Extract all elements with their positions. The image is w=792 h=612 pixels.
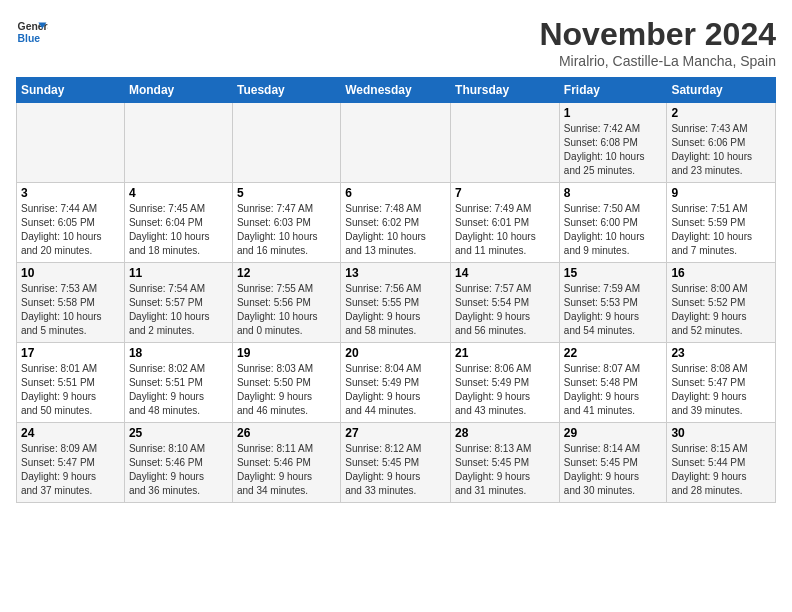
- day-number: 25: [129, 426, 228, 440]
- svg-text:Blue: Blue: [18, 33, 41, 44]
- weekday-header-row: SundayMondayTuesdayWednesdayThursdayFrid…: [17, 78, 776, 103]
- day-info: Sunrise: 8:12 AM Sunset: 5:45 PM Dayligh…: [345, 442, 446, 498]
- day-number: 19: [237, 346, 336, 360]
- calendar-cell: 10Sunrise: 7:53 AM Sunset: 5:58 PM Dayli…: [17, 263, 125, 343]
- day-info: Sunrise: 8:11 AM Sunset: 5:46 PM Dayligh…: [237, 442, 336, 498]
- calendar-cell: 18Sunrise: 8:02 AM Sunset: 5:51 PM Dayli…: [124, 343, 232, 423]
- day-info: Sunrise: 7:44 AM Sunset: 6:05 PM Dayligh…: [21, 202, 120, 258]
- day-info: Sunrise: 8:08 AM Sunset: 5:47 PM Dayligh…: [671, 362, 771, 418]
- calendar-cell: 14Sunrise: 7:57 AM Sunset: 5:54 PM Dayli…: [451, 263, 560, 343]
- day-number: 9: [671, 186, 771, 200]
- calendar-cell: 2Sunrise: 7:43 AM Sunset: 6:06 PM Daylig…: [667, 103, 776, 183]
- day-info: Sunrise: 8:07 AM Sunset: 5:48 PM Dayligh…: [564, 362, 663, 418]
- day-info: Sunrise: 8:10 AM Sunset: 5:46 PM Dayligh…: [129, 442, 228, 498]
- calendar-cell: 20Sunrise: 8:04 AM Sunset: 5:49 PM Dayli…: [341, 343, 451, 423]
- calendar-cell: 27Sunrise: 8:12 AM Sunset: 5:45 PM Dayli…: [341, 423, 451, 503]
- calendar-cell: 17Sunrise: 8:01 AM Sunset: 5:51 PM Dayli…: [17, 343, 125, 423]
- calendar-cell: 26Sunrise: 8:11 AM Sunset: 5:46 PM Dayli…: [232, 423, 340, 503]
- day-number: 20: [345, 346, 446, 360]
- day-number: 24: [21, 426, 120, 440]
- logo: General Blue: [16, 16, 48, 48]
- day-info: Sunrise: 7:42 AM Sunset: 6:08 PM Dayligh…: [564, 122, 663, 178]
- calendar-cell: 5Sunrise: 7:47 AM Sunset: 6:03 PM Daylig…: [232, 183, 340, 263]
- weekday-header-wednesday: Wednesday: [341, 78, 451, 103]
- day-number: 12: [237, 266, 336, 280]
- calendar-cell: 29Sunrise: 8:14 AM Sunset: 5:45 PM Dayli…: [559, 423, 667, 503]
- day-number: 7: [455, 186, 555, 200]
- calendar-cell: [17, 103, 125, 183]
- calendar-cell: 28Sunrise: 8:13 AM Sunset: 5:45 PM Dayli…: [451, 423, 560, 503]
- calendar-week-row: 10Sunrise: 7:53 AM Sunset: 5:58 PM Dayli…: [17, 263, 776, 343]
- calendar-cell: [124, 103, 232, 183]
- day-info: Sunrise: 7:50 AM Sunset: 6:00 PM Dayligh…: [564, 202, 663, 258]
- day-number: 3: [21, 186, 120, 200]
- calendar-cell: 25Sunrise: 8:10 AM Sunset: 5:46 PM Dayli…: [124, 423, 232, 503]
- day-number: 8: [564, 186, 663, 200]
- calendar-cell: 1Sunrise: 7:42 AM Sunset: 6:08 PM Daylig…: [559, 103, 667, 183]
- day-info: Sunrise: 8:09 AM Sunset: 5:47 PM Dayligh…: [21, 442, 120, 498]
- calendar-cell: 16Sunrise: 8:00 AM Sunset: 5:52 PM Dayli…: [667, 263, 776, 343]
- day-info: Sunrise: 8:13 AM Sunset: 5:45 PM Dayligh…: [455, 442, 555, 498]
- calendar-cell: 23Sunrise: 8:08 AM Sunset: 5:47 PM Dayli…: [667, 343, 776, 423]
- weekday-header-thursday: Thursday: [451, 78, 560, 103]
- day-info: Sunrise: 7:49 AM Sunset: 6:01 PM Dayligh…: [455, 202, 555, 258]
- day-info: Sunrise: 8:04 AM Sunset: 5:49 PM Dayligh…: [345, 362, 446, 418]
- day-number: 11: [129, 266, 228, 280]
- day-number: 30: [671, 426, 771, 440]
- day-info: Sunrise: 8:01 AM Sunset: 5:51 PM Dayligh…: [21, 362, 120, 418]
- day-info: Sunrise: 8:00 AM Sunset: 5:52 PM Dayligh…: [671, 282, 771, 338]
- day-number: 1: [564, 106, 663, 120]
- weekday-header-friday: Friday: [559, 78, 667, 103]
- calendar-week-row: 17Sunrise: 8:01 AM Sunset: 5:51 PM Dayli…: [17, 343, 776, 423]
- day-info: Sunrise: 8:14 AM Sunset: 5:45 PM Dayligh…: [564, 442, 663, 498]
- calendar-cell: [232, 103, 340, 183]
- calendar-cell: 4Sunrise: 7:45 AM Sunset: 6:04 PM Daylig…: [124, 183, 232, 263]
- calendar-table: SundayMondayTuesdayWednesdayThursdayFrid…: [16, 77, 776, 503]
- day-info: Sunrise: 8:02 AM Sunset: 5:51 PM Dayligh…: [129, 362, 228, 418]
- title-block: November 2024 Miralrio, Castille-La Manc…: [539, 16, 776, 69]
- day-number: 27: [345, 426, 446, 440]
- day-number: 29: [564, 426, 663, 440]
- day-number: 26: [237, 426, 336, 440]
- location: Miralrio, Castille-La Mancha, Spain: [539, 53, 776, 69]
- day-number: 14: [455, 266, 555, 280]
- calendar-cell: 12Sunrise: 7:55 AM Sunset: 5:56 PM Dayli…: [232, 263, 340, 343]
- day-info: Sunrise: 8:03 AM Sunset: 5:50 PM Dayligh…: [237, 362, 336, 418]
- day-info: Sunrise: 7:53 AM Sunset: 5:58 PM Dayligh…: [21, 282, 120, 338]
- calendar-cell: 22Sunrise: 8:07 AM Sunset: 5:48 PM Dayli…: [559, 343, 667, 423]
- day-number: 5: [237, 186, 336, 200]
- calendar-cell: [451, 103, 560, 183]
- day-number: 6: [345, 186, 446, 200]
- calendar-cell: 8Sunrise: 7:50 AM Sunset: 6:00 PM Daylig…: [559, 183, 667, 263]
- day-info: Sunrise: 7:47 AM Sunset: 6:03 PM Dayligh…: [237, 202, 336, 258]
- weekday-header-monday: Monday: [124, 78, 232, 103]
- calendar-cell: 15Sunrise: 7:59 AM Sunset: 5:53 PM Dayli…: [559, 263, 667, 343]
- day-info: Sunrise: 8:06 AM Sunset: 5:49 PM Dayligh…: [455, 362, 555, 418]
- day-info: Sunrise: 7:45 AM Sunset: 6:04 PM Dayligh…: [129, 202, 228, 258]
- calendar-cell: 19Sunrise: 8:03 AM Sunset: 5:50 PM Dayli…: [232, 343, 340, 423]
- page-header: General Blue November 2024 Miralrio, Cas…: [16, 16, 776, 69]
- calendar-cell: 9Sunrise: 7:51 AM Sunset: 5:59 PM Daylig…: [667, 183, 776, 263]
- day-info: Sunrise: 7:57 AM Sunset: 5:54 PM Dayligh…: [455, 282, 555, 338]
- calendar-week-row: 3Sunrise: 7:44 AM Sunset: 6:05 PM Daylig…: [17, 183, 776, 263]
- day-info: Sunrise: 7:54 AM Sunset: 5:57 PM Dayligh…: [129, 282, 228, 338]
- day-info: Sunrise: 7:43 AM Sunset: 6:06 PM Dayligh…: [671, 122, 771, 178]
- calendar-cell: [341, 103, 451, 183]
- day-info: Sunrise: 7:51 AM Sunset: 5:59 PM Dayligh…: [671, 202, 771, 258]
- day-number: 23: [671, 346, 771, 360]
- calendar-cell: 7Sunrise: 7:49 AM Sunset: 6:01 PM Daylig…: [451, 183, 560, 263]
- day-info: Sunrise: 7:59 AM Sunset: 5:53 PM Dayligh…: [564, 282, 663, 338]
- month-title: November 2024: [539, 16, 776, 53]
- day-info: Sunrise: 7:56 AM Sunset: 5:55 PM Dayligh…: [345, 282, 446, 338]
- weekday-header-saturday: Saturday: [667, 78, 776, 103]
- calendar-cell: 6Sunrise: 7:48 AM Sunset: 6:02 PM Daylig…: [341, 183, 451, 263]
- weekday-header-sunday: Sunday: [17, 78, 125, 103]
- calendar-cell: 11Sunrise: 7:54 AM Sunset: 5:57 PM Dayli…: [124, 263, 232, 343]
- day-number: 21: [455, 346, 555, 360]
- day-number: 22: [564, 346, 663, 360]
- calendar-cell: 21Sunrise: 8:06 AM Sunset: 5:49 PM Dayli…: [451, 343, 560, 423]
- day-number: 17: [21, 346, 120, 360]
- day-number: 16: [671, 266, 771, 280]
- day-info: Sunrise: 7:48 AM Sunset: 6:02 PM Dayligh…: [345, 202, 446, 258]
- calendar-week-row: 1Sunrise: 7:42 AM Sunset: 6:08 PM Daylig…: [17, 103, 776, 183]
